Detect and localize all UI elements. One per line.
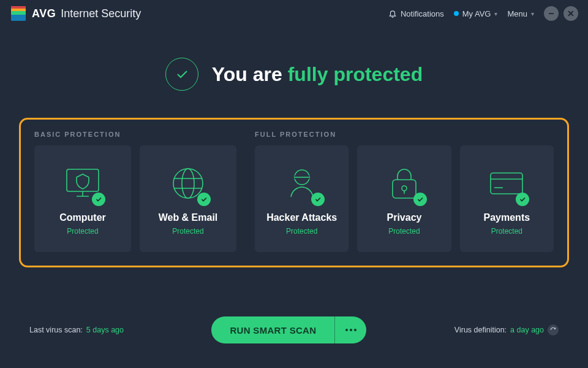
tile-payments[interactable]: Payments Protected — [460, 145, 554, 252]
tile-title: Hacker Attacks — [266, 212, 337, 223]
scan-options-button[interactable] — [334, 316, 366, 343]
status-banner: You are fully protected — [0, 58, 588, 91]
tile-title: Web & Email — [159, 212, 218, 223]
chevron-down-icon: ▾ — [494, 10, 497, 17]
last-scan-label: Last virus scan: — [29, 326, 83, 334]
minimize-button[interactable]: – — [544, 6, 559, 21]
footer: Last virus scan: 5 days ago RUN SMART SC… — [0, 316, 588, 343]
check-badge-icon — [413, 193, 427, 206]
tile-status: Protected — [491, 227, 522, 236]
svg-rect-3 — [11, 15, 26, 21]
check-badge-icon — [92, 193, 105, 206]
last-scan-value: 5 days ago — [86, 326, 124, 334]
svg-rect-4 — [67, 169, 99, 191]
status-check-circle — [165, 58, 198, 91]
status-dot-icon — [454, 11, 459, 16]
check-badge-icon — [311, 193, 325, 206]
bell-icon — [388, 9, 397, 18]
close-button[interactable]: ✕ — [564, 6, 578, 21]
check-icon — [175, 67, 189, 82]
notifications-label: Notifications — [401, 9, 444, 18]
my-avg-label: My AVG — [462, 9, 491, 18]
avg-logo-icon — [10, 5, 27, 22]
tile-web-email[interactable]: Web & Email Protected — [140, 145, 236, 252]
svg-point-5 — [173, 169, 203, 198]
basic-protection-column: BASIC PROTECTION Computer Protected — [34, 131, 236, 252]
tile-title: Privacy — [387, 212, 422, 223]
protection-panel: BASIC PROTECTION Computer Protected — [19, 118, 569, 267]
notifications-button[interactable]: Notifications — [383, 7, 449, 21]
svg-rect-8 — [393, 180, 416, 198]
tile-status: Protected — [67, 227, 98, 236]
last-scan-info: Last virus scan: 5 days ago — [29, 326, 124, 334]
svg-point-9 — [402, 186, 407, 191]
tile-privacy[interactable]: Privacy Protected — [357, 145, 451, 252]
check-badge-icon — [197, 193, 211, 206]
brand-name: AVG — [32, 7, 56, 20]
run-smart-scan-button[interactable]: RUN SMART SCAN — [211, 316, 334, 343]
tile-computer[interactable]: Computer Protected — [34, 145, 131, 252]
menu-label: Menu — [507, 9, 527, 18]
virus-definition-info: Virus definition: a day ago — [454, 324, 559, 335]
basic-protection-label: BASIC PROTECTION — [34, 131, 236, 138]
tile-status: Protected — [388, 227, 420, 236]
tile-status: Protected — [286, 227, 317, 236]
tile-title: Payments — [484, 212, 530, 223]
svg-point-6 — [182, 169, 194, 198]
svg-rect-2 — [11, 6, 26, 9]
virus-definition-value: a day ago — [510, 326, 544, 334]
full-protection-label: FULL PROTECTION — [255, 131, 554, 138]
dots-icon — [345, 329, 348, 331]
refresh-definitions-button[interactable] — [548, 324, 559, 335]
refresh-icon — [550, 327, 556, 333]
full-protection-column: FULL PROTECTION Hacker Attacks Protect — [255, 131, 554, 252]
tile-hacker-attacks[interactable]: Hacker Attacks Protected — [255, 145, 349, 252]
chevron-down-icon: ▾ — [531, 10, 534, 17]
brand: AVG Internet Security — [10, 5, 141, 22]
check-badge-icon — [516, 193, 529, 206]
app-header: AVG Internet Security Notifications My A… — [0, 0, 588, 27]
my-avg-button[interactable]: My AVG ▾ — [449, 7, 503, 21]
svg-rect-10 — [491, 173, 522, 194]
menu-button[interactable]: Menu ▾ — [502, 7, 539, 21]
dots-icon — [354, 329, 356, 331]
scan-button-group: RUN SMART SCAN — [211, 316, 366, 343]
tile-status: Protected — [172, 227, 203, 236]
status-text: You are fully protected — [212, 63, 423, 86]
status-emphasis: fully protected — [288, 63, 423, 85]
status-prefix: You are — [212, 63, 288, 85]
brand-suffix: Internet Security — [61, 7, 141, 20]
tile-title: Computer — [59, 212, 106, 223]
virus-definition-label: Virus definition: — [454, 326, 507, 334]
dots-icon — [350, 329, 352, 331]
